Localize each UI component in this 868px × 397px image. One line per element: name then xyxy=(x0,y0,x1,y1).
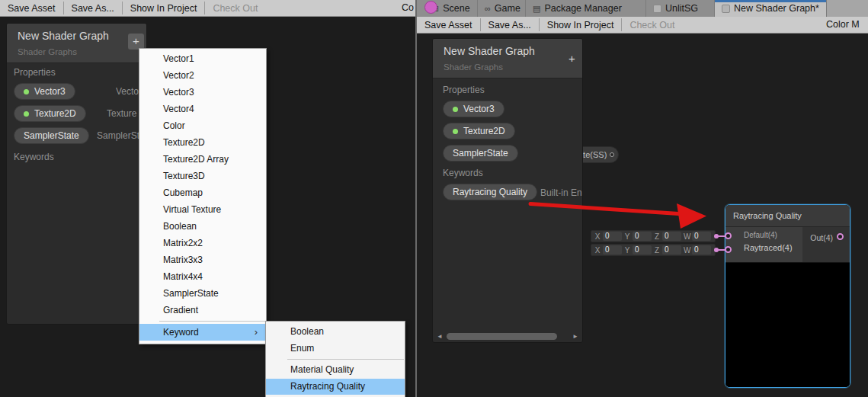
left-toolbar: Save Asset Save As... Show In Project Ch… xyxy=(0,0,415,17)
z-label: Z xyxy=(654,232,660,241)
tab-bar: ⊞ Scene ∞ Game ▤ Package Manager UnlitSG… xyxy=(417,0,868,17)
scrollbar-track[interactable] xyxy=(444,332,571,340)
color-mode-label-clipped: Co xyxy=(402,0,414,16)
show-in-project-button[interactable]: Show In Project xyxy=(123,0,205,16)
x-input[interactable]: 0 xyxy=(603,232,622,241)
y-input[interactable]: 0 xyxy=(633,232,652,241)
menu-separator xyxy=(159,321,265,322)
color-mode-label-clipped: Color M xyxy=(826,17,860,33)
save-as-button[interactable]: Save As... xyxy=(481,17,539,33)
menu-item-vector2[interactable]: Vector2 xyxy=(139,67,266,84)
menu-item-matrix3x3[interactable]: Matrix3x3 xyxy=(139,251,266,268)
right-unity-window: ⊞ Scene ∞ Game ▤ Package Manager UnlitSG… xyxy=(415,0,868,397)
right-graph-canvas[interactable]: ate(SS) New Shader Graph Shader Graphs +… xyxy=(417,34,868,397)
output-port-label-out: Out(4) xyxy=(810,233,833,242)
add-property-button[interactable]: + xyxy=(128,34,144,50)
property-pill-label: Vector3 xyxy=(463,104,495,114)
property-pill-texture2d[interactable]: Texture2D xyxy=(14,105,86,122)
z-label: Z xyxy=(654,246,660,255)
property-pill-vector3[interactable]: Vector3 xyxy=(443,101,504,117)
check-out-button[interactable]: Check Out xyxy=(205,0,265,16)
z-input[interactable]: 0 xyxy=(662,245,681,255)
input-port-raytraced-icon[interactable] xyxy=(725,246,732,253)
menu-item-vector1[interactable]: Vector1 xyxy=(139,50,266,67)
tab-label: Package Manager xyxy=(544,3,621,14)
submenu-item-raytracing-quality[interactable]: Raytracing Quality xyxy=(266,379,405,395)
menu-item-keyword[interactable]: Keyword › xyxy=(139,324,266,341)
x-input[interactable]: 0 xyxy=(603,245,622,255)
menu-item-vector4[interactable]: Vector4 xyxy=(139,101,266,117)
property-pill-label: Texture2D xyxy=(34,108,76,119)
submenu-item-material-quality[interactable]: Material Quality xyxy=(266,362,405,379)
property-pill-samplerstate[interactable]: SamplerState xyxy=(14,127,89,144)
menu-item-boolean[interactable]: Boolean xyxy=(139,218,266,235)
x-label: X xyxy=(594,246,601,255)
tab-unlitsg[interactable]: UnlitSG xyxy=(646,0,715,17)
y-label: Y xyxy=(624,246,630,255)
input-port-default-icon[interactable] xyxy=(725,232,732,239)
add-property-button[interactable]: + xyxy=(564,51,580,67)
submenu-item-boolean[interactable]: Boolean xyxy=(266,324,405,341)
menu-item-samplerstate[interactable]: SamplerState xyxy=(139,285,266,302)
property-pill-label: SamplerState xyxy=(453,148,508,158)
pink-cursor-dot xyxy=(424,1,437,14)
screenshot-root: Save Asset Save As... Show In Project Ch… xyxy=(0,0,868,397)
menu-item-texture3d[interactable]: Texture3D xyxy=(139,168,266,184)
left-blackboard-header: New Shader Graph Shader Graphs xyxy=(7,24,146,63)
w-label: W xyxy=(684,232,690,241)
output-port-out-icon[interactable] xyxy=(837,233,844,240)
tab-label: Game xyxy=(495,3,520,14)
property-pill-label: Vector3 xyxy=(34,86,66,97)
menu-item-color[interactable]: Color xyxy=(139,117,266,134)
save-asset-button[interactable]: Save Asset xyxy=(0,0,63,16)
blackboard-subtitle: Shader Graphs xyxy=(444,62,573,72)
properties-section-label: Properties xyxy=(14,67,56,78)
menu-item-label: Keyword xyxy=(163,324,199,341)
tab-package-manager[interactable]: ▤ Package Manager xyxy=(526,0,646,17)
check-out-button[interactable]: Check Out xyxy=(622,17,682,33)
package-manager-icon: ▤ xyxy=(533,4,540,14)
right-blackboard: New Shader Graph Shader Graphs + Propert… xyxy=(432,38,583,343)
scroll-right-icon[interactable]: ► xyxy=(571,333,580,340)
submenu-separator xyxy=(287,359,404,360)
properties-section-label: Properties xyxy=(443,85,485,95)
w-label: W xyxy=(684,246,690,255)
menu-item-gradient[interactable]: Gradient xyxy=(139,302,266,319)
menu-item-vector3[interactable]: Vector3 xyxy=(139,84,266,101)
right-blackboard-header: New Shader Graph Shader Graphs xyxy=(433,39,582,78)
vector4-field-row-raytraced: X 0 Y 0 Z 0 W 0 xyxy=(591,244,716,256)
scrollbar-thumb[interactable] xyxy=(447,333,557,340)
keyword-pill-raytracing-quality[interactable]: Raytracing Quality xyxy=(443,184,537,200)
w-input[interactable]: 0 xyxy=(692,232,711,241)
shader-graph-asset-icon xyxy=(722,5,730,13)
submenu-item-enum[interactable]: Enum xyxy=(266,341,405,357)
property-pill-vector3[interactable]: Vector3 xyxy=(14,83,75,100)
menu-item-texture2d[interactable]: Texture2D xyxy=(139,134,266,151)
submenu-arrow-icon: › xyxy=(255,324,258,341)
raytracing-quality-node[interactable]: Raytracing Quality Default(4) Raytraced(… xyxy=(725,204,850,388)
show-in-project-button[interactable]: Show In Project xyxy=(540,17,622,33)
menu-item-matrix4x4[interactable]: Matrix4x4 xyxy=(139,268,266,285)
scroll-left-icon[interactable]: ◄ xyxy=(435,333,444,340)
save-asset-button[interactable]: Save Asset xyxy=(417,17,480,33)
z-input[interactable]: 0 xyxy=(662,232,681,241)
keyword-pill-label: Raytracing Quality xyxy=(453,187,527,197)
property-pill-texture2d[interactable]: Texture2D xyxy=(443,123,515,139)
tab-game[interactable]: ∞ Game xyxy=(478,0,526,17)
menu-item-texture2d-array[interactable]: Texture2D Array xyxy=(139,151,266,168)
tab-new-shader-graph[interactable]: New Shader Graph* xyxy=(715,0,827,17)
input-port-label-default: Default(4) xyxy=(744,231,777,239)
output-port-icon[interactable] xyxy=(610,152,614,157)
w-input[interactable]: 0 xyxy=(692,245,711,255)
exposed-dot-icon xyxy=(24,111,29,117)
menu-item-cubemap[interactable]: Cubemap xyxy=(139,184,266,201)
save-as-button[interactable]: Save As... xyxy=(64,0,122,16)
menu-item-virtual-texture[interactable]: Virtual Texture xyxy=(139,201,266,218)
keywords-section-label: Keywords xyxy=(443,168,483,178)
property-pill-samplerstate[interactable]: SamplerState xyxy=(443,145,518,162)
horizontal-scrollbar: ◄ ► xyxy=(435,331,580,341)
y-input[interactable]: 0 xyxy=(633,245,652,255)
menu-item-matrix2x2[interactable]: Matrix2x2 xyxy=(139,235,266,251)
vector4-field-row-default: X 0 Y 0 Z 0 W 0 xyxy=(591,230,716,242)
right-toolbar: Save Asset Save As... Show In Project Ch… xyxy=(417,17,868,34)
